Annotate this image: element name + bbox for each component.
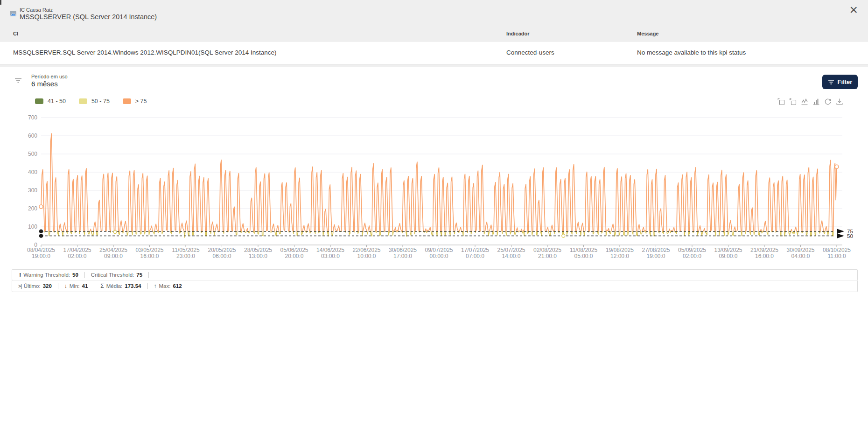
chart-legend: 41 - 50 50 - 75 > 75 <box>35 98 160 105</box>
legend-label: 50 - 75 <box>91 98 110 105</box>
svg-text:30/06/2025: 30/06/2025 <box>389 247 417 253</box>
corner-artifact <box>0 0 1 5</box>
legend-swatch-green <box>35 98 43 104</box>
svg-text:19/08/2025: 19/08/2025 <box>606 247 634 253</box>
bar-chart-icon[interactable] <box>812 98 820 105</box>
svg-text:03:00:0: 03:00:0 <box>321 253 340 259</box>
svg-text:21/09/2025: 21/09/2025 <box>750 247 778 253</box>
svg-text:11/05/2025: 11/05/2025 <box>172 247 199 253</box>
table-row[interactable]: MSSQLSERVER.SQL Server 2014.Windows 2012… <box>0 41 868 64</box>
warning-threshold-stat: ! Warning Threshold: 50 <box>12 272 85 278</box>
refresh-icon[interactable] <box>824 98 832 105</box>
svg-text:14:00:0: 14:00:0 <box>502 253 520 259</box>
svg-text:23:00:0: 23:00:0 <box>176 253 195 259</box>
min-icon: ↓ <box>64 283 67 289</box>
summary-bar: >| Último: 320 ↓ Min: 41 Σ Média: 173.54… <box>12 280 858 292</box>
chart-card: Período em uso 6 mêses Filter 41 - 50 50… <box>0 67 868 426</box>
image-icon <box>9 10 17 17</box>
max-icon: ↑ <box>154 283 157 289</box>
svg-text:600: 600 <box>28 133 37 139</box>
indicador-cell: Connected-users <box>506 42 554 64</box>
svg-text:13/09/2025: 13/09/2025 <box>714 247 742 253</box>
critical-threshold-stat: Critical Threshold: 75 <box>85 272 149 278</box>
legend-swatch-orange <box>123 98 131 104</box>
svg-text:05/06/2025: 05/06/2025 <box>280 247 308 253</box>
svg-text:200: 200 <box>28 205 37 212</box>
timeseries-chart[interactable]: 010020030040050060070008/04/202519:00:01… <box>28 114 863 264</box>
svg-text:14/06/2025: 14/06/2025 <box>316 247 344 253</box>
filter-lines-icon <box>14 77 22 84</box>
svg-text:28/05/2025: 28/05/2025 <box>244 247 272 253</box>
filter-button-label: Filter <box>838 78 853 85</box>
table-header: CI Indicador Message <box>0 31 868 41</box>
svg-text:25/07/2025: 25/07/2025 <box>497 247 525 253</box>
column-header-indicador: Indicador <box>506 31 530 36</box>
max-stat: ↑ Max: 612 <box>148 283 188 289</box>
svg-text:100: 100 <box>28 223 37 230</box>
svg-text:02:00:0: 02:00:0 <box>68 253 86 259</box>
dialog-label: IC Causa Raiz <box>20 7 53 13</box>
column-header-message: Message <box>637 31 658 36</box>
svg-text:19:00:0: 19:00:0 <box>646 253 665 259</box>
svg-text:400: 400 <box>28 169 37 175</box>
legend-label: 41 - 50 <box>48 98 66 105</box>
svg-text:05:00:0: 05:00:0 <box>574 253 593 259</box>
svg-text:25/04/2025: 25/04/2025 <box>99 247 127 253</box>
svg-text:17/07/2025: 17/07/2025 <box>461 247 489 253</box>
legend-item-orange[interactable]: > 75 <box>123 98 160 105</box>
threshold-bar: ! Warning Threshold: 50 Critical Thresho… <box>12 269 858 280</box>
svg-text:12:00:0: 12:00:0 <box>610 253 629 259</box>
legend-label: > 75 <box>135 98 147 105</box>
svg-text:08/04/2025: 08/04/2025 <box>27 247 55 253</box>
legend-item-yellow[interactable]: 50 - 75 <box>79 98 123 105</box>
svg-text:09/07/2025: 09/07/2025 <box>425 247 453 253</box>
period-label: Período em uso <box>31 74 68 79</box>
svg-text:03/05/2025: 03/05/2025 <box>135 247 163 253</box>
last-icon: >| <box>18 284 21 289</box>
svg-text:07:00:0: 07:00:0 <box>466 253 484 259</box>
column-header-ci: CI <box>13 31 18 36</box>
svg-text:16:00:0: 16:00:0 <box>140 253 159 259</box>
svg-text:500: 500 <box>28 151 37 157</box>
svg-text:09:00:0: 09:00:0 <box>104 253 123 259</box>
zoom-back-icon[interactable] <box>789 98 797 105</box>
svg-text:17:00:0: 17:00:0 <box>393 253 412 259</box>
svg-text:50: 50 <box>847 233 853 239</box>
filter-button[interactable]: Filter <box>822 75 858 89</box>
svg-text:20/05/2025: 20/05/2025 <box>208 247 236 253</box>
svg-text:10:00:0: 10:00:0 <box>357 253 376 259</box>
svg-text:00:00:0: 00:00:0 <box>429 253 448 259</box>
svg-text:02:00:0: 02:00:0 <box>683 253 701 259</box>
legend-item-green[interactable]: 41 - 50 <box>35 98 79 105</box>
svg-text:17/04/2025: 17/04/2025 <box>63 247 91 253</box>
min-stat: ↓ Min: 41 <box>58 283 95 289</box>
period-value: 6 mêses <box>31 80 58 88</box>
mean-stat: Σ Média: 173.54 <box>94 283 147 289</box>
line-chart-icon[interactable] <box>801 98 808 105</box>
svg-text:16:00:0: 16:00:0 <box>755 253 774 259</box>
svg-text:11:00:0: 11:00:0 <box>827 253 846 259</box>
svg-text:08/10/2025: 08/10/2025 <box>823 247 851 253</box>
svg-text:19:00:0: 19:00:0 <box>32 253 50 259</box>
svg-text:700: 700 <box>28 114 37 121</box>
chart-toolbar <box>777 98 843 105</box>
svg-text:09:00:0: 09:00:0 <box>719 253 737 259</box>
warning-icon: ! <box>18 272 21 278</box>
svg-text:21:00:0: 21:00:0 <box>538 253 557 259</box>
svg-text:06:00:0: 06:00:0 <box>212 253 231 259</box>
zoom-select-icon[interactable] <box>777 98 785 105</box>
page-title: MSSQLSERVER (SQL Server 2014 Instance) <box>20 13 157 21</box>
ci-cell: MSSQLSERVER.SQL Server 2014.Windows 2012… <box>13 42 277 64</box>
svg-text:13:00:0: 13:00:0 <box>249 253 267 259</box>
sum-icon: Σ <box>100 283 104 289</box>
svg-text:05/09/2025: 05/09/2025 <box>678 247 706 253</box>
svg-text:27/08/2025: 27/08/2025 <box>642 247 670 253</box>
svg-text:11/08/2025: 11/08/2025 <box>570 247 597 253</box>
svg-text:30/09/2025: 30/09/2025 <box>786 247 814 253</box>
svg-text:02/08/2025: 02/08/2025 <box>533 247 561 253</box>
filter-icon <box>828 79 834 85</box>
message-cell: No message available to this kpi status <box>637 42 746 64</box>
svg-text:22/06/2025: 22/06/2025 <box>352 247 380 253</box>
close-icon[interactable]: × <box>849 3 858 17</box>
download-icon[interactable] <box>836 98 843 105</box>
